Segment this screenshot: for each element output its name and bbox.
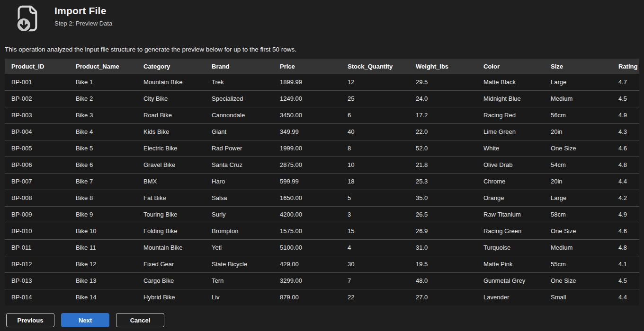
table-cell: 20in [544,173,612,190]
table-cell: 4200.00 [273,206,341,223]
table-cell: Orange [477,190,544,206]
table-cell: One Size [544,140,612,157]
table-row: BP-007Bike 7BMXHaro599.991825.3Chrome20i… [5,173,639,190]
table-row: BP-011Bike 11Mountain BikeYeti5100.00431… [5,239,639,256]
table-cell: 1249.00 [273,90,341,107]
table-cell: Electric Bike [137,140,205,157]
previous-button[interactable]: Previous [6,313,54,327]
table-cell: Lavender [477,289,544,305]
table-row: BP-008Bike 8Fat BikeSalsa1650.00535.0Ora… [5,190,639,206]
table-cell: 4.3 [612,123,639,140]
table-cell: Raw Titanium [477,206,544,223]
table-cell: 1999.00 [273,140,341,157]
table-cell: Matte Black [477,74,544,90]
table-cell: 4.9 [612,107,639,123]
table-cell: 35.0 [409,190,477,206]
table-cell: 48.0 [409,272,477,289]
cancel-button[interactable]: Cancel [116,313,164,327]
table-row: BP-002Bike 2City BikeSpecialized1249.002… [5,90,639,107]
table-cell: 4 [341,239,409,256]
table-cell: Matte Pink [477,256,544,272]
column-header: Brand [205,59,273,74]
table-cell: Folding Bike [137,223,205,239]
table-cell: BP-004 [5,123,69,140]
table-cell: Fixed Gear [137,256,205,272]
table-cell: Bike 3 [69,107,137,123]
table-cell: Medium [544,90,612,107]
table-cell: Bike 7 [69,173,137,190]
table-cell: Gravel Bike [137,157,205,173]
table-cell: Brompton [205,223,273,239]
table-cell: State Bicycle [205,256,273,272]
column-header: Size [544,59,612,74]
table-cell: 4.4 [612,173,639,190]
table-cell: BP-001 [5,74,69,90]
table-cell: 429.00 [273,256,341,272]
table-cell: Specialized [205,90,273,107]
table-cell: 6 [341,107,409,123]
table-cell: 25 [341,90,409,107]
table-cell: Liv [205,289,273,305]
table-cell: Bike 1 [69,74,137,90]
table-cell: BP-007 [5,173,69,190]
table-cell: 5100.00 [273,239,341,256]
table-cell: 26.5 [409,206,477,223]
table-cell: Rad Power [205,140,273,157]
table-cell: 1575.00 [273,223,341,239]
table-cell: Santa Cruz [205,157,273,173]
table-cell: 4.6 [612,140,639,157]
table-cell: BP-006 [5,157,69,173]
table-cell: 22 [341,289,409,305]
table-cell: 349.99 [273,123,341,140]
table-cell: Haro [205,173,273,190]
preview-table-container: Product_IDProduct_NameCategoryBrandPrice… [5,59,639,305]
table-cell: BP-013 [5,272,69,289]
table-cell: Midnight Blue [477,90,544,107]
table-cell: Bike 8 [69,190,137,206]
table-cell: Yeti [205,239,273,256]
table-cell: 879.00 [273,289,341,305]
preview-table: Product_IDProduct_NameCategoryBrandPrice… [5,59,639,305]
table-cell: BP-005 [5,140,69,157]
table-cell: BMX [137,173,205,190]
column-header: Stock_Quantity [341,59,409,74]
table-cell: Bike 6 [69,157,137,173]
table-cell: 29.5 [409,74,477,90]
table-cell: 4.4 [612,289,639,305]
file-download-icon [13,4,41,33]
table-cell: 15 [341,223,409,239]
table-cell: 52.0 [409,140,477,157]
table-cell: Racing Green [477,223,544,239]
table-cell: Kids Bike [137,123,205,140]
table-cell: 4.6 [612,223,639,239]
table-cell: 21.8 [409,157,477,173]
table-cell: Hybrid Bike [137,289,205,305]
table-cell: 54cm [544,157,612,173]
table-cell: Large [544,190,612,206]
table-cell: Touring Bike [137,206,205,223]
column-header: Weight_lbs [409,59,477,74]
table-cell: 4.5 [612,90,639,107]
table-cell: 18 [341,173,409,190]
next-button[interactable]: Next [61,313,109,327]
table-cell: Large [544,74,612,90]
table-cell: Mountain Bike [137,239,205,256]
table-cell: 599.99 [273,173,341,190]
table-cell: Surly [205,206,273,223]
table-cell: Giant [205,123,273,140]
table-cell: 40 [341,123,409,140]
table-row: BP-004Bike 4Kids BikeGiant349.994022.0Li… [5,123,639,140]
table-cell: 3450.00 [273,107,341,123]
table-cell: BP-008 [5,190,69,206]
table-row: BP-010Bike 10Folding BikeBrompton1575.00… [5,223,639,239]
table-cell: 7 [341,272,409,289]
table-cell: 19.5 [409,256,477,272]
table-cell: 58cm [544,206,612,223]
table-cell: 27.0 [409,289,477,305]
table-cell: 20in [544,123,612,140]
title-block: Import File Step 2: Preview Data [54,4,112,27]
column-header: Product_ID [5,59,69,74]
table-cell: 55cm [544,256,612,272]
table-cell: BP-010 [5,223,69,239]
table-cell: One Size [544,272,612,289]
